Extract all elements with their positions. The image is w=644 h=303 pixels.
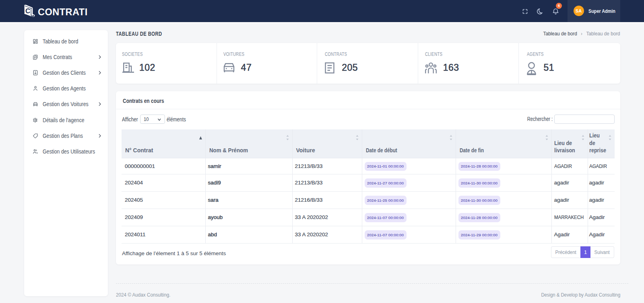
svg-text:C: C xyxy=(25,7,30,15)
